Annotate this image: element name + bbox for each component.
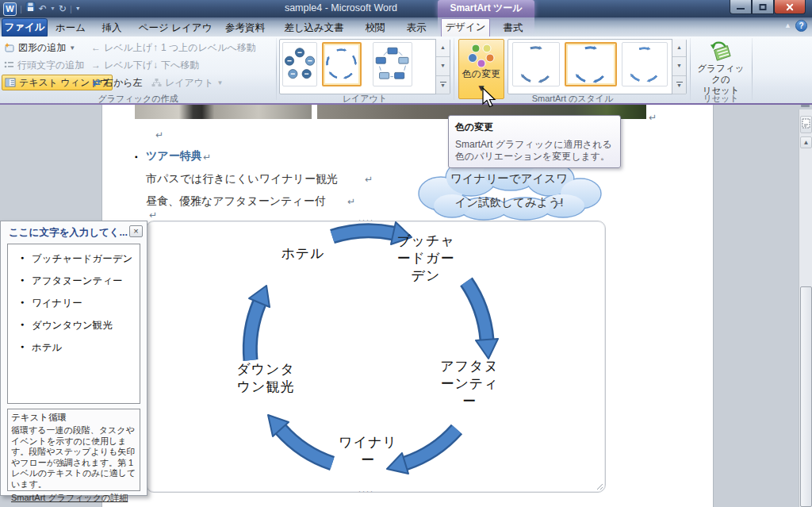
add-shape-button[interactable]: 図形の追加 ▼ (2, 40, 78, 56)
ruler-toggle-icon[interactable] (800, 116, 812, 133)
layout-button[interactable]: レイアウト ▼ (149, 75, 225, 90)
layout-thumb-text-cycle-selected[interactable] (322, 42, 362, 86)
move-up-button[interactable]: ↑ 1 つ上のレベルへ移動 (151, 40, 259, 56)
info-body: 循環する一連の段階、タスクやイベントを示すのに使用します。段階やステップよりも矢… (11, 425, 136, 490)
doc-body-line[interactable]: 市パスでは行きにくいワイナリー観光 (146, 172, 338, 186)
demote-button[interactable]: → レベル下げ (89, 57, 155, 73)
doc-body-line[interactable]: 昼食、優雅なアフタヌーンティー付 (146, 194, 326, 209)
tab-file[interactable]: ファイル (2, 18, 48, 36)
tab-design-active[interactable]: デザイン (441, 18, 490, 36)
down-arrow-icon: ↓ (153, 60, 158, 71)
paragraph-mark: ↵ (149, 210, 157, 220)
tab-page-layout[interactable]: ページ レイアウト (136, 20, 214, 36)
style-thumb-subtle[interactable] (622, 42, 668, 86)
swap-arrows-icon: ⇄ (93, 77, 101, 88)
help-icon[interactable]: ? (795, 20, 807, 32)
close-button[interactable] (774, 0, 806, 14)
add-bullet-button[interactable]: 行頭文字の追加 (2, 57, 86, 73)
photo-street[interactable] (135, 105, 312, 119)
paragraph-mark: ↵ (203, 152, 211, 162)
info-title: テキスト循環 (11, 412, 136, 424)
add-shape-icon (4, 42, 15, 53)
tab-view[interactable]: 表示 (400, 20, 433, 36)
group-separator (276, 38, 277, 100)
bullet-icon: ● (21, 255, 24, 260)
gallery-more-button[interactable]: ▼ (436, 76, 450, 94)
layout-thumb-block-cycle[interactable] (373, 42, 412, 86)
style-simple-icon (515, 44, 557, 84)
promote-button[interactable]: ← レベル上げ (89, 40, 155, 56)
dropdown-caret-icon: ▼ (69, 44, 75, 52)
callout-text[interactable]: ワイナリーでアイスワ イン試飲してみよう! (431, 167, 587, 214)
tab-insert[interactable]: 挿入 (95, 20, 128, 36)
text-pane-list[interactable]: ●ブッチャードガーデン ●アフタヌーンティー ●ワイナリー ●ダウンタウン観光 … (7, 244, 140, 404)
group-separator (690, 38, 691, 100)
dropdown-caret-icon: ▼ (216, 79, 223, 86)
split-handle[interactable] (801, 105, 810, 107)
contextual-tab-group-header: SmartArt ツール (438, 0, 534, 17)
styles-gallery-scroll: ▲ ▼ ▼ (672, 39, 686, 94)
vertical-scrollbar[interactable]: ▲ (799, 109, 812, 507)
org-chart-icon (151, 78, 162, 87)
paragraph-mark: ↵ (365, 175, 373, 184)
scrollbar-thumb[interactable] (800, 286, 812, 507)
bullet-icon: ● (21, 277, 24, 282)
style-thumb-simple[interactable] (512, 42, 560, 86)
group-label-layouts: レイアウト (279, 94, 450, 103)
diagram-node-hotel[interactable]: ホテル (259, 245, 347, 263)
smartart-help-link[interactable]: SmartArt グラフィックの詳細 (11, 492, 128, 504)
word-window: W | ↶ ▼ ↻ | ▼ sample4 - Microsoft Word S… (0, 0, 812, 507)
style-polished-icon (569, 44, 612, 84)
gallery-scroll-down[interactable]: ▼ (436, 57, 450, 75)
smartart-canvas[interactable]: ···· ···· ホテル ブッチャ ードガー デン アフタヌ ーンティ ー ワ… (146, 221, 606, 493)
list-item[interactable]: ●ホテル (8, 341, 140, 360)
tab-mailings[interactable]: 差し込み文書 (276, 20, 352, 36)
layout-gallery-scroll: ▲ ▼ ▼ (435, 39, 450, 94)
scroll-up-button[interactable]: ▲ (800, 136, 812, 148)
list-item[interactable]: ●ブッチャードガーデン (8, 252, 140, 271)
tab-review[interactable]: 校閲 (358, 20, 392, 36)
layout-thumb-basic-cycle[interactable] (282, 42, 317, 86)
gallery-scroll-down[interactable]: ▼ (672, 57, 686, 75)
maximize-button[interactable] (752, 0, 774, 14)
tab-home[interactable]: ホーム (52, 20, 89, 36)
basic-cycle-icon (284, 44, 316, 85)
list-item[interactable]: ●ワイナリー (8, 297, 140, 316)
paragraph-mark: ↵ (555, 198, 563, 208)
minimize-button[interactable] (730, 0, 752, 14)
document-area: ↵ ↵ ▪ ツアー特典 ↵ 市パスでは行きにくいワイナリー観光 ↵ 昼食、優雅な… (0, 105, 812, 507)
tab-format[interactable]: 書式 (495, 20, 531, 36)
ribbon-tab-row: ファイル ホーム 挿入 ページ レイアウト 参考資料 差し込み文書 校閲 表示 … (0, 17, 812, 36)
paragraph-mark: ↵ (347, 197, 355, 206)
style-thumb-selected[interactable] (565, 42, 617, 86)
heading-bullet: ▪ (135, 152, 138, 161)
resize-grip-icon[interactable] (596, 483, 603, 490)
reset-graphic-button[interactable]: グラフィックの リセット (693, 39, 749, 96)
gallery-scroll-up[interactable]: ▲ (436, 39, 450, 57)
text-pane-close-icon[interactable]: × (129, 225, 143, 237)
right-arrow-icon: → (91, 60, 101, 71)
title-bar: W | ↶ ▼ ↻ | ▼ sample4 - Microsoft Word S… (0, 0, 812, 17)
text-pane-title: ここに文字を入力してく... (9, 226, 128, 240)
gallery-more-button[interactable]: ▼ (672, 76, 686, 94)
gallery-scroll-up[interactable]: ▲ (672, 39, 686, 57)
doc-heading[interactable]: ツアー特典 (146, 149, 202, 163)
block-cycle-icon (375, 44, 410, 85)
window-title: sample4 - Microsoft Word (0, 0, 682, 17)
style-subtle-icon (625, 45, 665, 83)
right-to-left-button[interactable]: ⇄ 右から左 (90, 75, 145, 90)
move-down-button[interactable]: ↓ 下へ移動 (151, 57, 201, 73)
paragraph-mark: ↵ (155, 130, 163, 140)
list-item[interactable]: ●ダウンタウン観光 (8, 319, 140, 338)
diagram-node-butchart[interactable]: ブッチャ ードガー デン (385, 232, 467, 285)
window-controls (730, 0, 806, 14)
tab-references[interactable]: 参考資料 (220, 20, 270, 36)
diagram-node-downtown[interactable]: ダウンタ ウン観光 (222, 361, 309, 396)
diagram-node-afternoon[interactable]: アフタヌ ーンティ ー (426, 358, 513, 410)
minimize-ribbon-icon[interactable]: ▲ (784, 21, 791, 29)
list-item[interactable]: ●アフタヌーンティー (8, 275, 140, 294)
group-label-create-graphic: グラフィックの作成 (0, 94, 276, 103)
diagram-node-winery[interactable]: ワイナリ ー (324, 434, 412, 469)
change-colors-icon (467, 42, 496, 67)
bullet-icon: ● (21, 344, 24, 349)
